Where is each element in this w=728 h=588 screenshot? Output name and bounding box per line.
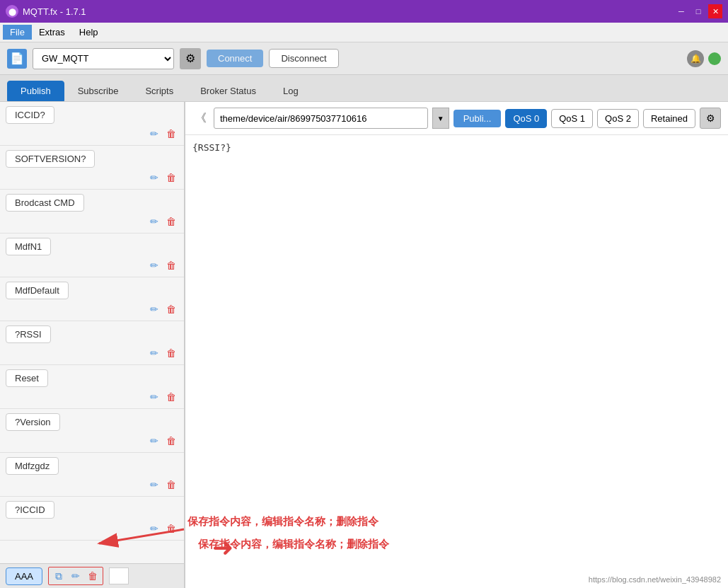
title-bar: ⬤ MQTT.fx - 1.7.1 ─ □ ✕: [0, 0, 728, 23]
right-panel: 《 ▼ Publi... QoS 0 QoS 1 QoS 2 Retained …: [185, 102, 728, 588]
edit-icon-aaa[interactable]: ✏: [69, 569, 83, 583]
list-item-rssi-icons: ✏ 🗑: [0, 345, 184, 364]
url-bar: https://blog.csdn.net/weixin_43948982: [589, 575, 721, 584]
connection-select[interactable]: GW_MQTT: [33, 48, 174, 69]
doc-icon: 📄: [7, 49, 27, 69]
list-item-mdfdefault-icons: ✏ 🗑: [0, 301, 184, 321]
delete-icon-mdfdefault[interactable]: 🗑: [164, 302, 178, 316]
edit-icon-rssi[interactable]: ✏: [147, 346, 161, 360]
list-item-brodcastcmd-group: Brodcast CMD ✏ 🗑: [0, 190, 184, 234]
topic-bar: 《 ▼ Publi... QoS 0 QoS 1 QoS 2 Retained …: [185, 102, 728, 135]
tab-bar: Publish Subscribe Scripts Broker Status …: [0, 75, 728, 102]
copy-icon-aaa[interactable]: ⧉: [52, 569, 66, 583]
toolbar: 📄 GW_MQTT ⚙ Connect Disconnect 🔔: [0, 42, 728, 75]
tab-broker-status[interactable]: Broker Status: [187, 81, 270, 101]
qos1-button[interactable]: QoS 1: [551, 109, 593, 128]
left-panel: ICCID? ✏ 🗑 SOFTVERSION? ✏ 🗑 Brodcast CMD…: [0, 102, 185, 588]
delete-icon-iccid2[interactable]: 🗑: [164, 521, 178, 536]
list-item-version[interactable]: ?Version: [6, 413, 60, 431]
list-item-mdfzgdz-icons: ✏ 🗑: [0, 476, 184, 496]
edit-icon-iccid2[interactable]: ✏: [147, 521, 161, 536]
list-item-version-group: ?Version ✏ 🗑: [0, 409, 184, 453]
window-controls: ─ □ ✕: [674, 4, 722, 18]
edit-icon-mdfn1[interactable]: ✏: [147, 258, 161, 272]
list-item-reset-group: Reset ✏ 🗑: [0, 365, 184, 409]
qos2-button[interactable]: QoS 2: [597, 109, 639, 128]
list-item-reset[interactable]: Reset: [6, 369, 48, 387]
delete-icon-aaa[interactable]: 🗑: [86, 569, 100, 583]
toolbar-right: 🔔: [687, 50, 721, 67]
list-item-iccid2[interactable]: ?ICCID: [6, 501, 54, 519]
tab-log[interactable]: Log: [270, 81, 312, 101]
list-item-softversion-group: SOFTVERSION? ✏ 🗑: [0, 146, 184, 190]
app-logo: ⬤: [6, 5, 18, 18]
message-area[interactable]: {RSSI?}: [185, 135, 728, 588]
settings-icon[interactable]: ⚙: [700, 108, 721, 129]
delete-icon-softversion[interactable]: 🗑: [164, 171, 178, 185]
edit-icon-brodcastcmd[interactable]: ✏: [147, 214, 161, 229]
list-item-mdfdefault[interactable]: MdfDefault: [6, 282, 69, 299]
list-item-mdfzgdz[interactable]: Mdfzgdz: [6, 457, 59, 475]
list-item-iccid[interactable]: ICCID?: [6, 106, 54, 124]
list-item-softversion[interactable]: SOFTVERSION?: [6, 150, 95, 168]
list-item-rssi-group: ?RSSI ✏ 🗑: [0, 321, 184, 365]
edit-icon-mdfzgdz[interactable]: ✏: [147, 478, 161, 492]
list-item-iccid2-icons: ✏ 🗑: [0, 520, 184, 540]
window-title: MQTT.fx - 1.7.1: [23, 6, 86, 17]
menu-file[interactable]: File: [3, 25, 32, 40]
publish-button[interactable]: Publi...: [453, 110, 502, 127]
notification-icon: 🔔: [687, 50, 704, 67]
list-item-mdfn1[interactable]: MdfN1: [6, 238, 51, 255]
menu-help[interactable]: Help: [72, 25, 105, 40]
connect-button[interactable]: Connect: [207, 50, 263, 67]
bottom-icon-group: ⧉ ✏ 🗑: [48, 567, 103, 585]
list-item-version-icons: ✏ 🗑: [0, 432, 184, 452]
topic-dropdown-arrow[interactable]: ▼: [432, 108, 449, 129]
tab-scripts[interactable]: Scripts: [132, 81, 187, 101]
list-item-iccid-icons: ✏ 🗑: [0, 125, 184, 145]
list-item-mdfn1-icons: ✏ 🗑: [0, 257, 184, 277]
title-bar-left: ⬤ MQTT.fx - 1.7.1: [6, 5, 86, 18]
delete-icon-iccid[interactable]: 🗑: [164, 127, 178, 141]
tab-publish[interactable]: Publish: [7, 81, 64, 101]
menu-bar: File Extras Help: [0, 23, 728, 42]
back-button[interactable]: 《: [192, 110, 209, 127]
tab-subscribe[interactable]: Subscribe: [64, 81, 132, 101]
list-item-brodcastcmd[interactable]: Brodcast CMD: [6, 194, 84, 212]
close-button[interactable]: ✕: [708, 4, 722, 18]
list-item-reset-icons: ✏ 🗑: [0, 388, 184, 408]
edit-icon-version[interactable]: ✏: [147, 434, 161, 448]
list-item-iccid2-group: ?ICCID ✏ 🗑: [0, 497, 184, 541]
edit-icon-softversion[interactable]: ✏: [147, 171, 161, 185]
list-item-softversion-icons: ✏ 🗑: [0, 169, 184, 189]
maximize-button[interactable]: □: [691, 4, 705, 18]
edit-icon-iccid[interactable]: ✏: [147, 127, 161, 141]
edit-icon-reset[interactable]: ✏: [147, 390, 161, 404]
main-content: ICCID? ✏ 🗑 SOFTVERSION? ✏ 🗑 Brodcast CMD…: [0, 102, 728, 588]
qos0-button[interactable]: QoS 0: [505, 109, 547, 128]
list-item-mdfn1-group: MdfN1 ✏ 🗑: [0, 234, 184, 277]
list-item-aaa[interactable]: AAA: [6, 567, 42, 585]
gear-icon[interactable]: ⚙: [180, 48, 201, 69]
delete-icon-mdfzgdz[interactable]: 🗑: [164, 478, 178, 492]
list-item-iccid-group: ICCID? ✏ 🗑: [0, 102, 184, 146]
message-text: {RSSI?}: [192, 142, 231, 153]
delete-icon-version[interactable]: 🗑: [164, 434, 178, 448]
list-item-rssi[interactable]: ?RSSI: [6, 325, 51, 343]
list-item-mdfzgdz-group: Mdfzgdz ✏ 🗑: [0, 453, 184, 497]
edit-icon-mdfdefault[interactable]: ✏: [147, 302, 161, 316]
disconnect-button[interactable]: Disconnect: [269, 49, 338, 68]
list-item-mdfdefault-group: MdfDefault ✏ 🗑: [0, 277, 184, 321]
empty-input-box[interactable]: [109, 567, 129, 584]
connection-status-indicator: [708, 52, 721, 65]
topic-input[interactable]: [214, 108, 428, 129]
menu-extras[interactable]: Extras: [32, 25, 72, 40]
left-panel-bottom: AAA ⧉ ✏ 🗑: [0, 563, 184, 588]
list-item-brodcastcmd-icons: ✏ 🗑: [0, 213, 184, 233]
delete-icon-brodcastcmd[interactable]: 🗑: [164, 214, 178, 229]
delete-icon-rssi[interactable]: 🗑: [164, 346, 178, 360]
retained-button[interactable]: Retained: [643, 109, 695, 128]
minimize-button[interactable]: ─: [674, 4, 688, 18]
delete-icon-reset[interactable]: 🗑: [164, 390, 178, 404]
delete-icon-mdfn1[interactable]: 🗑: [164, 258, 178, 272]
